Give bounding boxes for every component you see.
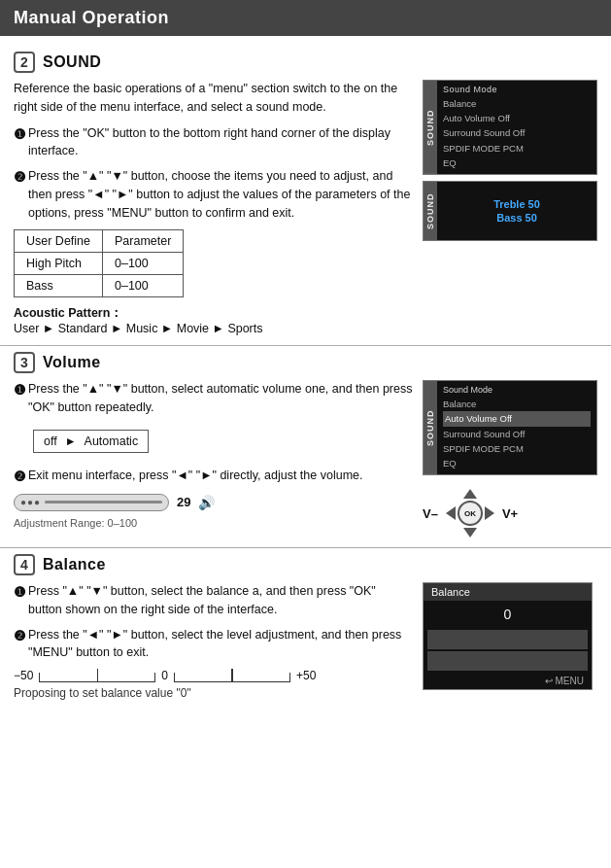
sound-step2: ❷ Press the "▲" "▼" button, choose the i… [14, 167, 413, 222]
volume-step1: ❶ Press the "▲" "▼" button, select autom… [14, 380, 413, 417]
screen2-bass: Bass 50 [496, 212, 537, 224]
volume-slider-row: ●●● 29 🔊 [14, 494, 413, 511]
screen2-treble: Treble 50 [493, 198, 540, 210]
vol-screen-rows: Balance Auto Volume Off Surround Sound O… [443, 397, 591, 470]
ok-button[interactable]: OK [458, 501, 483, 526]
section-number-sound: 2 [14, 52, 35, 73]
dpad-left-icon[interactable] [446, 506, 456, 520]
sound-label-2: SOUND [424, 182, 437, 240]
slider-track [45, 501, 162, 503]
balance-step2: ❷ Press the "◄" "►" button, select the l… [14, 626, 413, 663]
volume-slider[interactable]: ●●● [14, 494, 169, 511]
section-title-balance: Balance [43, 556, 106, 573]
vok-controls: V– OK V+ [423, 489, 597, 538]
ok-dpad[interactable]: OK [446, 489, 494, 538]
table-col2-header: Parameter [103, 230, 184, 253]
dpad-right-icon[interactable] [485, 506, 494, 520]
dpad-up-icon[interactable] [463, 489, 477, 499]
section-sound: 2 SOUND Reference the basic operations o… [0, 46, 611, 346]
volume-icon: 🔊 [198, 495, 215, 510]
v-minus-label: V– [423, 506, 438, 521]
volume-step2: ❷ Exit menu interface, press "◄" "►" dir… [14, 467, 413, 487]
bal-center: 0 [161, 669, 168, 682]
flow-arrow: ► [65, 434, 77, 448]
screen1-rows: Balance Auto Volume Off Surround Sound O… [443, 96, 591, 170]
table-row-highpitch: High Pitch 0–100 [15, 253, 184, 275]
volume-flow: off ► Automatic [33, 430, 149, 453]
vol-screen-label: SOUND [424, 381, 437, 474]
sound-label-1: SOUND [424, 81, 437, 174]
slider-value: 29 [177, 495, 190, 509]
acoustic-pattern: Acoustic Pattern： User ► Standard ► Musi… [14, 305, 413, 335]
sound-screens: SOUND Sound Mode Balance Auto Volume Off… [423, 80, 597, 335]
table-row-bass: Bass 0–100 [15, 275, 184, 297]
balance-screen-title: Balance [424, 583, 592, 601]
section-balance: 4 Balance ❶ Press "▲" "▼" button, select… [0, 548, 611, 710]
section-number-balance: 4 [14, 554, 35, 575]
balance-screen-bar [427, 630, 588, 649]
adj-range-label: Adjustment Range: 0–100 [14, 517, 413, 529]
balance-slider: −50 0 +50 [14, 669, 413, 682]
page-title: Manual Operation [0, 0, 611, 36]
sound-step1: ❶ Press the "OK" button to the bottom ri… [14, 124, 413, 161]
screen1-title: Sound Mode [443, 85, 591, 94]
bal-min: −50 [14, 669, 33, 682]
balance-screen: Balance 0 ↩ MENU [423, 582, 593, 690]
bal-max: +50 [296, 669, 316, 682]
vol-screen-title: Sound Mode [443, 385, 591, 395]
v-plus-label: V+ [502, 506, 518, 521]
section-title-volume: Volume [43, 354, 101, 371]
section-title-sound: SOUND [43, 53, 101, 71]
balance-screen-bar2 [427, 651, 588, 671]
balance-right: Balance 0 ↩ MENU [423, 582, 597, 700]
vol-highlighted-row: Auto Volume Off [443, 411, 591, 426]
sound-intro: Reference the basic operations of a "men… [14, 80, 413, 117]
dpad-down-icon[interactable] [463, 528, 477, 538]
volume-right: SOUND Sound Mode Balance Auto Volume Off… [423, 380, 597, 538]
table-col1-header: User Define [15, 230, 103, 253]
section-volume: 3 Volume ❶ Press the "▲" "▼" button, sel… [0, 346, 611, 548]
balance-screen-menu: ↩ MENU [424, 673, 592, 689]
balance-step1: ❶ Press "▲" "▼" button, select the balan… [14, 582, 413, 619]
param-table: User Define Parameter High Pitch 0–100 B… [14, 229, 184, 297]
balance-screen-value: 0 [424, 601, 592, 628]
section-number-volume: 3 [14, 352, 35, 373]
balance-propose-text: Proposing to set balance value "0" [14, 686, 413, 700]
